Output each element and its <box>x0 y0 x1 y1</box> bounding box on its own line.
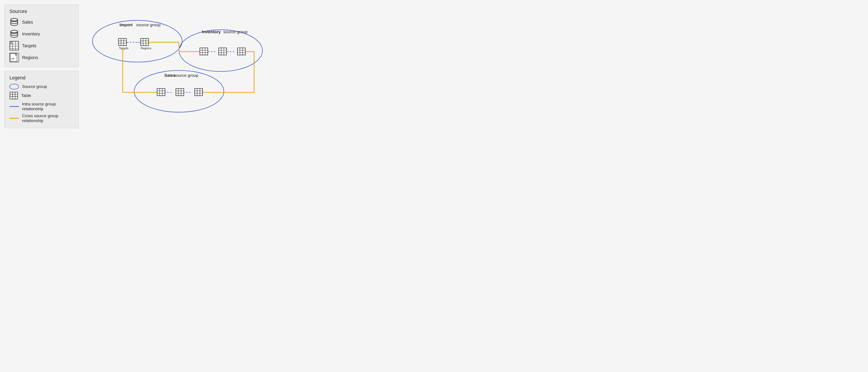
legend-label-source-group: Source group <box>22 84 47 89</box>
table-icon-legend <box>9 92 18 99</box>
legend-cross: Cross source group relationship <box>9 114 74 123</box>
database-icon-sales <box>9 17 19 27</box>
svg-text:source group: source group <box>136 23 160 27</box>
source-label-sales: Sales <box>22 20 33 25</box>
legend-title: Legend <box>9 75 74 81</box>
svg-rect-56 <box>237 48 245 55</box>
legend-intra: Intra source group relationship <box>9 102 74 111</box>
svg-text:Regions: Regions <box>141 47 151 50</box>
svg-rect-46 <box>200 48 208 55</box>
source-item-regions: CSV Regions <box>9 53 74 62</box>
legend-table: Table <box>9 92 74 99</box>
svg-rect-66 <box>176 89 184 95</box>
svg-rect-71 <box>195 89 203 95</box>
source-label-inventory: Inventory <box>22 31 40 36</box>
svg-rect-51 <box>219 48 226 55</box>
legend-box: Legend Source group Table Intra source g… <box>4 71 79 128</box>
svg-rect-34 <box>119 38 126 46</box>
source-item-sales: Sales <box>9 17 74 27</box>
ellipse-icon <box>9 84 19 89</box>
legend-label-cross: Cross source group relationship <box>22 114 74 123</box>
source-label-targets: Targets <box>22 43 36 48</box>
gold-line-icon <box>9 118 19 119</box>
source-item-targets: X Targets <box>9 41 74 51</box>
legend-label-table: Table <box>21 93 31 98</box>
svg-text:Targets: Targets <box>119 47 128 50</box>
svg-text:X: X <box>10 41 12 45</box>
svg-rect-15 <box>10 92 18 99</box>
source-item-inventory: Inventory <box>9 29 74 39</box>
svg-text:Inventory: Inventory <box>202 30 221 34</box>
legend-source-group: Source group <box>9 84 74 89</box>
csv-icon-regions: CSV <box>9 53 19 62</box>
diagram-area: Import source group Inventory source gro… <box>83 4 267 128</box>
svg-rect-13 <box>10 54 17 61</box>
svg-rect-61 <box>157 89 165 95</box>
svg-point-0 <box>11 18 18 21</box>
sources-title: Sources <box>9 8 74 14</box>
svg-rect-40 <box>141 38 148 46</box>
svg-point-3 <box>11 30 18 33</box>
excel-icon-targets: X <box>9 41 19 51</box>
blue-line-icon <box>9 106 19 107</box>
left-panel: Sources Sales <box>4 4 79 128</box>
database-icon-inventory <box>9 29 19 39</box>
svg-text:source group: source group <box>174 73 198 78</box>
svg-text:source group: source group <box>223 30 247 34</box>
source-label-regions: Regions <box>22 55 38 60</box>
legend-label-intra: Intra source group relationship <box>22 102 74 111</box>
svg-text:Sales: Sales <box>164 73 175 78</box>
svg-text:Import: Import <box>120 23 133 27</box>
sources-box: Sources Sales <box>4 4 79 67</box>
svg-text:CSV: CSV <box>11 58 14 60</box>
